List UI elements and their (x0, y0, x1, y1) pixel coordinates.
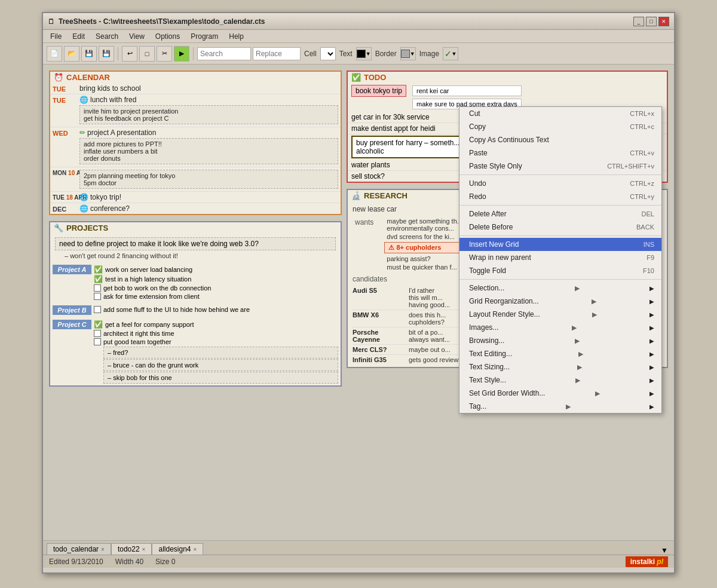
tab-alldesign4[interactable]: alldesign4 × (152, 543, 203, 555)
cal-content-1[interactable]: bring kids to school (79, 84, 338, 93)
ctx-copy[interactable]: Copy CTRL+c (459, 120, 661, 133)
ctx-delete-after[interactable]: Delete After DEL (459, 207, 661, 220)
project-a-pres[interactable]: ✏ project A presentation (79, 128, 338, 137)
ctx-layout-render[interactable]: Layout Render Style... ▶ (459, 308, 661, 321)
menu-options[interactable]: Options (151, 31, 185, 42)
toolbar-redo[interactable]: □ (139, 46, 155, 62)
proj-a-item-4[interactable]: ask for time extension from client (94, 292, 338, 301)
menu-view[interactable]: View (124, 31, 149, 42)
projects-subintro[interactable]: – won't get round 2 financing without it… (65, 252, 326, 260)
tab-alldesign4-close[interactable]: × (194, 546, 197, 553)
toolbar-cut[interactable]: ✂ (157, 46, 172, 62)
todo-book-tokyo[interactable]: book tokyo trip (351, 85, 406, 97)
cal-content-5[interactable]: 🌐 tokyo trip! (79, 193, 338, 201)
main-layout: ⏰ CALENDAR TUE bring kids to school TUE (49, 71, 668, 534)
close-button[interactable]: ✕ (658, 17, 669, 26)
ctx-cut[interactable]: Cut CTRL+x (459, 107, 661, 120)
toolbar-run[interactable]: ▶ (174, 46, 189, 62)
tab-todo-calendar-close[interactable]: × (101, 546, 105, 553)
menu-search[interactable]: Search (91, 31, 123, 42)
checkbox-2[interactable] (94, 293, 101, 300)
ctx-delete-before[interactable]: Delete Before BACK (459, 220, 661, 234)
ctx-browsing[interactable]: Browsing... ▶ (459, 334, 661, 347)
projects-intro-box[interactable]: need to define project to make it look l… (55, 237, 336, 250)
car-name-3[interactable]: Porsche Cayenne (353, 329, 406, 343)
tab-scroll-right[interactable]: ▼ (661, 546, 670, 555)
ctx-toggle-fold[interactable]: Toggle Fold F10 (459, 264, 661, 277)
ctx-copy-continuous[interactable]: Copy As Continuous Text (459, 133, 661, 146)
proj-c-sub-2[interactable]: – bruce - can do the grunt work (103, 359, 338, 371)
maximize-button[interactable]: □ (646, 17, 657, 26)
minimize-button[interactable]: _ (633, 17, 644, 26)
checkbox-5[interactable] (94, 338, 101, 345)
lunch-subbox[interactable]: invite him to project presentation get h… (79, 105, 338, 124)
ctx-text-sizing[interactable]: Text Sizing... ▶ (459, 360, 661, 373)
image-color-box[interactable]: ✓ ▼ (443, 47, 458, 60)
proj-b-item-1[interactable]: add some fluff to the UI to hide how beh… (94, 305, 338, 314)
todo-buy-present[interactable]: buy present for harry – someth...alcohol… (351, 136, 464, 158)
ctx-grid-border[interactable]: Set Grid Border Width... ▶ (459, 387, 661, 400)
ctx-text-editing-label: Text Editing... (469, 350, 512, 358)
car-name-2[interactable]: BMW X6 (353, 311, 406, 326)
ctx-wrap-parent[interactable]: Wrap in new parent F9 (459, 251, 661, 264)
wants-5[interactable]: must be quicker than f... (384, 263, 465, 271)
border-color-box[interactable]: ▼ (400, 47, 416, 60)
toolbar-undo[interactable]: ↩ (122, 46, 137, 62)
proj-c-item-1[interactable]: ✅ get a feel for company support (94, 320, 338, 329)
tab-todo22-close[interactable]: × (142, 546, 146, 553)
lunch-fred-text[interactable]: 🌐 lunch with fred (79, 96, 338, 104)
car-name-4[interactable]: Merc CLS? (353, 346, 406, 353)
search-input[interactable] (197, 47, 251, 60)
proj-a-item-3[interactable]: get bob to work on the db connection (94, 284, 338, 292)
ctx-undo[interactable]: Undo CTRL+z (459, 177, 661, 190)
toolbar-save[interactable]: 💾 (81, 46, 97, 62)
mon-apr-subbox[interactable]: 2pm planning meeting for tokyo 5pm docto… (79, 170, 338, 189)
wants-cupholders[interactable]: ⚠ 8+ cupholders (384, 242, 465, 253)
cal-content-6[interactable]: 🌐 conference? (79, 204, 338, 213)
project-a-subbox[interactable]: add more pictures to PPT!! inflate user … (79, 138, 338, 164)
menu-program[interactable]: Program (186, 31, 223, 42)
proj-c-item-3[interactable]: put good team together (94, 338, 338, 346)
proj-a-item-1[interactable]: ✅ work on server load balancing (94, 265, 338, 274)
proj-c-sub-1[interactable]: – fred? (103, 347, 338, 359)
car-name-5[interactable]: Infiniti G35 (353, 356, 406, 363)
ctx-text-sizing-label: Text Sizing... (469, 363, 510, 371)
project-c-label[interactable]: Project C (53, 320, 91, 329)
ctx-text-editing[interactable]: Text Editing... ▶ (459, 347, 661, 360)
tab-todo-calendar[interactable]: todo_calendar × (47, 543, 111, 555)
wants-1[interactable]: maybe get something th...environmentally… (384, 217, 465, 232)
checkbox-1[interactable] (94, 284, 101, 292)
car-name-1[interactable]: Audi S5 (353, 287, 406, 308)
menu-edit[interactable]: Edit (68, 31, 90, 42)
project-a-label[interactable]: Project A (53, 265, 91, 274)
ctx-paste[interactable]: Paste CTRL+v (459, 146, 661, 160)
ctx-text-style[interactable]: Text Style... ▶ (459, 373, 661, 387)
todo-sub-rent[interactable]: rent kei car (412, 85, 522, 96)
checkbox-3[interactable] (94, 306, 101, 313)
proj-a-item-2[interactable]: ✅ test in a high latency situation (94, 274, 338, 284)
tab-todo22[interactable]: todo22 × (111, 543, 152, 555)
toolbar-save-as[interactable]: 💾 (99, 46, 114, 62)
cal-day-4: MON 10 APR (53, 169, 79, 176)
ctx-wrap-parent-label: Wrap in new parent (469, 253, 531, 262)
toolbar-new[interactable]: 📄 (47, 46, 62, 62)
checkbox-4[interactable] (94, 330, 101, 337)
wants-4[interactable]: parking assist? (384, 255, 465, 263)
ctx-selection[interactable]: Selection... ▶ (459, 281, 661, 295)
replace-input[interactable] (253, 47, 301, 60)
text-color-box[interactable]: ▼ (356, 47, 372, 60)
cell-combo[interactable] (320, 47, 336, 60)
proj-c-sub-3[interactable]: – skip bob for this one (103, 372, 338, 384)
wants-2[interactable]: dvd screens for the ki... (384, 232, 465, 241)
ctx-insert-grid[interactable]: Insert New Grid INS (459, 238, 661, 251)
ctx-redo[interactable]: Redo CTRL+y (459, 190, 661, 203)
menu-file[interactable]: File (45, 31, 66, 42)
menu-help[interactable]: Help (224, 31, 249, 42)
ctx-grid-reorg[interactable]: Grid Reorganization... ▶ (459, 295, 661, 308)
proj-c-item-2[interactable]: architect it right this time (94, 329, 338, 338)
toolbar-open[interactable]: 📂 (64, 46, 79, 62)
ctx-images[interactable]: Images... ▶ (459, 321, 661, 334)
project-b-label[interactable]: Project B (53, 305, 91, 315)
ctx-tag[interactable]: Tag... ▶ (459, 400, 661, 413)
ctx-paste-style[interactable]: Paste Style Only CTRL+SHIFT+v (459, 160, 661, 173)
